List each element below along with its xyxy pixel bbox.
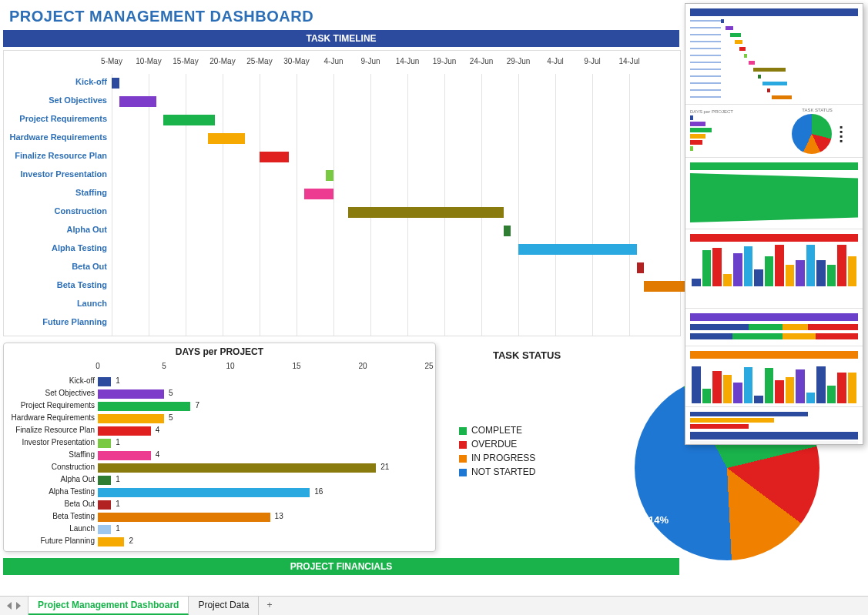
gantt-row: Project Requirements (4, 111, 680, 129)
thumb-columns[interactable] (685, 229, 863, 309)
gantt-row: Beta Testing (4, 277, 680, 296)
days-row: Staffing4 (4, 450, 429, 462)
days-bar (98, 451, 151, 460)
days-row: Set Objectives5 (4, 388, 429, 400)
days-bar (98, 488, 310, 497)
days-row: Future Planning2 (4, 536, 429, 548)
gantt-row-label: Construction (4, 206, 110, 216)
days-row: Launch1 (4, 523, 429, 536)
gantt-bar (326, 170, 333, 181)
days-per-project-card: DAYS per PROJECT 0510152025 Kick-off1Set… (3, 343, 436, 552)
days-bar (98, 463, 376, 473)
days-bar (98, 402, 190, 411)
thumb-columns-2[interactable] (685, 346, 863, 407)
thumb-days-and-pie[interactable]: DAYS per PROJECT TASK STATUS ■■■■ (685, 105, 863, 158)
days-bar (98, 500, 111, 510)
days-bar (98, 389, 164, 399)
days-per-project-title: DAYS per PROJECT (4, 343, 435, 360)
gantt-row-label: Finalize Resource Plan (4, 151, 110, 160)
gantt-bar (518, 244, 637, 255)
gantt-row-label: Beta Out (4, 262, 110, 271)
gantt-row-label: Kick-off (4, 77, 110, 86)
thumb-table[interactable] (685, 407, 863, 445)
tab-dashboard[interactable]: Project Management Dashboard (28, 597, 189, 615)
days-row: Investor Presentation1 (4, 437, 429, 450)
gantt-row: Staffing (4, 185, 680, 203)
days-row: Alpha Testing16 (4, 486, 429, 499)
days-row: Beta Out1 (4, 499, 429, 511)
gantt-row-label: Alpha Out (4, 225, 110, 234)
days-row: Construction21 (4, 462, 429, 474)
gantt-row: Construction (4, 203, 680, 222)
gantt-bar (119, 96, 156, 107)
tab-add-button[interactable]: + (259, 597, 280, 615)
tab-prev-icon[interactable] (7, 602, 12, 610)
tab-nav[interactable] (0, 597, 28, 615)
gantt-bar (260, 152, 289, 162)
gantt-bar (112, 78, 119, 89)
gantt-row: Kick-off (4, 74, 680, 92)
days-row: Alpha Out1 (4, 474, 429, 486)
gantt-row: Set Objectives (4, 92, 680, 111)
gantt-row: Finalize Resource Plan (4, 148, 680, 166)
sheet-tabs: Project Management Dashboard Project Dat… (0, 596, 868, 615)
gantt-row: Hardware Requirements (4, 129, 680, 148)
tab-next-icon[interactable] (16, 602, 21, 610)
gantt-row: Investor Presentation (4, 166, 680, 185)
gantt-row-label: Launch (4, 299, 110, 308)
gantt-row: Future Planning (4, 314, 680, 333)
gantt-chart: 5-May10-May15-May20-May25-May30-May4-Jun… (3, 50, 681, 336)
gantt-row: Alpha Out (4, 222, 680, 240)
days-bar (98, 439, 111, 448)
thumb-funnel[interactable] (685, 158, 863, 229)
gantt-row: Alpha Testing (4, 240, 680, 259)
gantt-bar (163, 115, 215, 125)
thumb-stacked[interactable] (685, 309, 863, 346)
days-bar (98, 377, 111, 386)
days-row: Kick-off1 (4, 376, 429, 388)
tab-project-data[interactable]: Project Data (189, 597, 259, 615)
gantt-bar (208, 133, 245, 144)
days-bar (98, 513, 270, 522)
gantt-row: Beta Out (4, 259, 680, 277)
days-bar (98, 426, 151, 436)
gantt-bar (504, 226, 511, 236)
gantt-bar (637, 262, 645, 273)
gantt-row-label: Set Objectives (4, 95, 110, 105)
days-bar (98, 525, 111, 534)
days-row: Project Requirements7 (4, 400, 429, 413)
gantt-row-label: Beta Testing (4, 280, 110, 289)
task-status-card: TASK STATUS COMPLETEOVERDUEIN PROGRESSNO… (447, 345, 681, 571)
gantt-bar (348, 207, 504, 218)
task-status-title: TASK STATUS (447, 345, 681, 361)
gantt-row-label: Alpha Testing (4, 243, 110, 252)
days-row: Hardware Requirements5 (4, 413, 429, 425)
gantt-row: Launch (4, 296, 680, 314)
days-bar (98, 537, 124, 546)
task-status-legend: COMPLETEOVERDUEIN PROGRESSNOT STARTED (459, 422, 535, 480)
gantt-bar (304, 189, 333, 199)
days-row: Beta Testing13 (4, 511, 429, 523)
timeline-band: TASK TIMELINE (3, 30, 679, 47)
gantt-row-label: Staffing (4, 188, 110, 197)
days-row: Finalize Resource Plan4 (4, 425, 429, 437)
days-bar (98, 414, 164, 423)
gantt-row-label: Project Requirements (4, 114, 110, 123)
thumb-gantt[interactable] (685, 4, 863, 105)
gantt-row-label: Investor Presentation (4, 169, 110, 179)
gantt-row-label: Hardware Requirements (4, 132, 110, 142)
gantt-row-label: Future Planning (4, 317, 110, 326)
thumbnail-panel[interactable]: DAYS per PROJECT TASK STATUS ■■■■ (685, 3, 863, 445)
days-bar (98, 476, 111, 485)
